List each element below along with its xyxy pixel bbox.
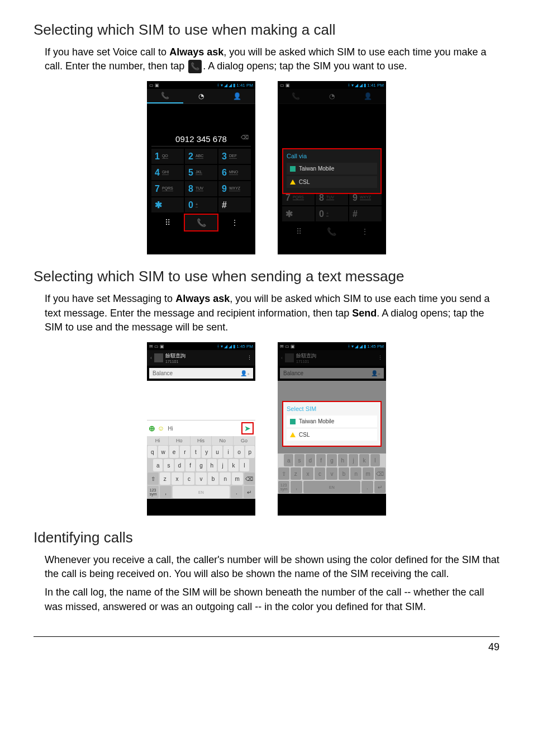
- key: g: [327, 454, 336, 466]
- keyboard: qwertyuiop asdfghjkl ⇧zxcvbnm⌫ 123sym,EN…: [147, 445, 255, 499]
- suggestion[interactable]: No: [212, 436, 234, 445]
- call-row-dim: ⠿ 📞 ⋮: [278, 223, 386, 240]
- emoji-icon[interactable]: ☺: [158, 424, 164, 432]
- key: 123sym: [278, 481, 289, 493]
- suggestion[interactable]: Ho: [169, 436, 191, 445]
- status-icon: ✉: [149, 344, 153, 349]
- key-6[interactable]: 6MNO: [218, 165, 251, 180]
- key: c: [315, 467, 326, 480]
- key-a[interactable]: a: [153, 459, 163, 471]
- screenshots-sms: ✉▭▣ ᚼ▾◢◢▮1:45 PM ‹ 餘額查詢 171101 ⋮ Balance…: [34, 342, 499, 516]
- bluetooth-icon: ᚼ: [217, 83, 220, 88]
- bold-always-ask: Always ask: [175, 293, 230, 304]
- key-h[interactable]: h: [207, 459, 217, 471]
- key-8[interactable]: 8TUV: [185, 181, 217, 196]
- key-3[interactable]: 3DEF: [218, 149, 251, 164]
- recipient-text: Balance: [153, 370, 173, 376]
- key-shift[interactable]: ⇧: [147, 472, 159, 485]
- key-x[interactable]: x: [172, 472, 183, 485]
- menu-icon[interactable]: ⋮: [247, 355, 252, 361]
- status-bar: ✉▭▣ ᚼ▾◢◢▮1:45 PM: [147, 342, 255, 350]
- key-o[interactable]: o: [234, 446, 244, 458]
- key-7[interactable]: 7PQRS: [151, 181, 184, 196]
- status-icon: ▣: [291, 344, 295, 349]
- sim-option-taiwan[interactable]: Taiwan Mobile: [287, 163, 377, 174]
- key-s[interactable]: s: [164, 459, 173, 471]
- menu-button: ⋮: [349, 223, 382, 240]
- key-5[interactable]: 5JKL: [185, 165, 217, 180]
- key-backspace[interactable]: ⌫: [244, 472, 255, 485]
- digit: 5: [188, 168, 193, 178]
- backspace-icon[interactable]: ⌫: [241, 134, 249, 140]
- key-r[interactable]: r: [180, 446, 189, 458]
- key-c[interactable]: c: [184, 472, 195, 485]
- key-d[interactable]: d: [175, 459, 184, 471]
- status-icon: ▣: [285, 83, 290, 88]
- status-time: 1:41 PM: [367, 83, 384, 88]
- sim-option-csl[interactable]: CSL: [287, 176, 377, 188]
- add-contact-icon[interactable]: 👤₊: [240, 370, 250, 376]
- key-space[interactable]: EN: [173, 486, 230, 498]
- menu-button[interactable]: ⋮: [218, 214, 251, 231]
- status-icon: ▣: [155, 83, 159, 88]
- key: ,: [291, 481, 302, 493]
- key: d: [306, 454, 315, 466]
- sim-option-taiwan[interactable]: Taiwan Mobile: [287, 415, 377, 427]
- phone-select-sim: ✉▭▣ ᚼ▾◢◢▮1:45 PM ‹ 餘額查詢 171101 ⋮ Balance…: [278, 342, 386, 516]
- digit: ✱: [285, 209, 293, 219]
- key-g[interactable]: g: [196, 459, 206, 471]
- suggestion[interactable]: His: [191, 436, 212, 445]
- key-t[interactable]: t: [191, 446, 201, 458]
- dialpad-toggle[interactable]: ⠿: [151, 214, 184, 231]
- key-k[interactable]: k: [229, 459, 238, 471]
- attach-icon[interactable]: ⊕: [149, 424, 155, 433]
- suggestion[interactable]: Go: [234, 436, 255, 445]
- key-v[interactable]: v: [196, 472, 207, 485]
- key-z[interactable]: z: [160, 472, 171, 485]
- tab-contacts[interactable]: 👤: [219, 89, 255, 103]
- key-q[interactable]: q: [147, 446, 157, 458]
- key-n[interactable]: n: [220, 472, 231, 485]
- message-input[interactable]: Hi: [166, 424, 239, 433]
- status-time: 1:45 PM: [236, 344, 253, 349]
- send-button[interactable]: ➤: [241, 422, 254, 434]
- bluetooth-icon: ᚼ: [348, 344, 350, 349]
- key-2[interactable]: 2ABC: [185, 149, 217, 164]
- key-w[interactable]: w: [158, 446, 168, 458]
- key-l[interactable]: l: [240, 459, 249, 471]
- suggestion[interactable]: Hi: [147, 436, 169, 445]
- key-0[interactable]: 0+: [185, 197, 217, 212]
- back-icon[interactable]: ‹: [150, 355, 152, 361]
- key-p[interactable]: p: [245, 446, 255, 458]
- key-star[interactable]: ✱: [151, 197, 184, 212]
- key-hash[interactable]: #: [218, 197, 251, 212]
- key-m[interactable]: m: [232, 472, 243, 485]
- tab-dialer[interactable]: 📞: [147, 89, 183, 103]
- key-enter[interactable]: ↵: [244, 486, 255, 498]
- clock-icon: ◔: [198, 92, 204, 100]
- menu-icon: ⋮: [378, 355, 383, 361]
- key-e[interactable]: e: [169, 446, 179, 458]
- key-comma[interactable]: ,: [160, 486, 171, 498]
- phone-callvia: ▭▣ ᚼ▾◢◢▮1:41 PM 📞 ◔ 👤 7PQRS 8TUV 9WXYZ ✱…: [278, 81, 386, 254]
- dialer-tabs: 📞 ◔ 👤: [278, 89, 386, 104]
- key-f[interactable]: f: [185, 459, 195, 471]
- key: a: [284, 454, 293, 466]
- key-9[interactable]: 9WXYZ: [218, 181, 251, 196]
- call-button[interactable]: 📞: [184, 214, 218, 231]
- key-sym[interactable]: 123sym: [147, 486, 159, 498]
- key-1[interactable]: 1QO: [151, 149, 184, 164]
- key-i[interactable]: i: [223, 446, 233, 458]
- key-j[interactable]: j: [218, 459, 227, 471]
- key-y[interactable]: y: [202, 446, 211, 458]
- recipient-field[interactable]: Balance 👤₊: [149, 368, 253, 379]
- callvia-dialog: Call via Taiwan Mobile CSL: [282, 148, 382, 194]
- tab-recent[interactable]: ◔: [183, 89, 220, 103]
- sim-option-csl[interactable]: CSL: [287, 429, 377, 441]
- key-u[interactable]: u: [212, 446, 222, 458]
- key-period[interactable]: .: [231, 486, 242, 498]
- key-b[interactable]: b: [208, 472, 219, 485]
- key-4[interactable]: 4GHI: [151, 165, 184, 180]
- menu-icon: ⋮: [231, 218, 239, 227]
- digit: 0: [188, 200, 193, 210]
